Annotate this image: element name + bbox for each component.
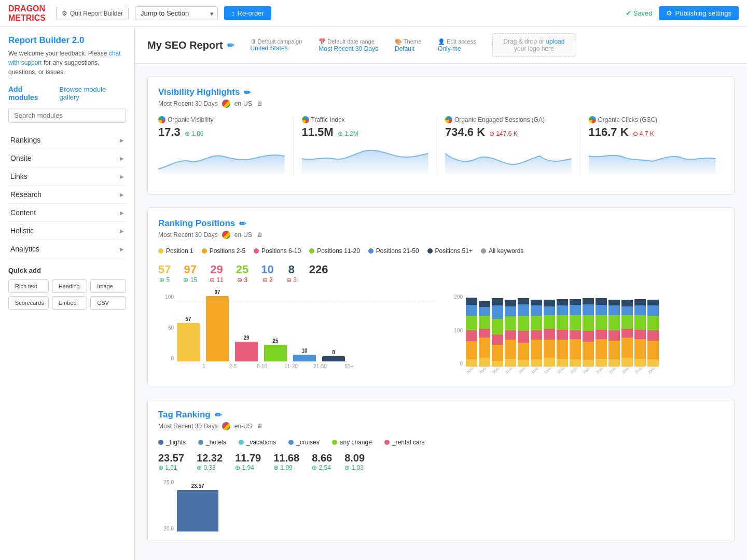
sidebar-item-holistic[interactable]: Holistic▶ — [8, 222, 126, 240]
tag-value: 8.66⊕ 2.54 — [312, 452, 332, 471]
reorder-icon: ↕ — [231, 9, 235, 17]
metric-value: 734.6 K — [445, 125, 485, 139]
access-value[interactable]: Only me — [438, 45, 476, 52]
stacked-seg — [621, 338, 633, 358]
quick-add-image-button[interactable]: Image — [90, 279, 126, 293]
nav-arrow-icon: ▶ — [120, 137, 124, 143]
mini-chart-svg — [158, 143, 285, 174]
stacked-seg — [634, 305, 646, 315]
stacked-seg — [518, 360, 529, 367]
add-modules-label[interactable]: Add modules — [8, 85, 53, 102]
stacked-seg — [634, 330, 646, 339]
stacked-seg — [505, 300, 516, 306]
main-content: My SEO Report ✏ 🗓 Default campaign Unite… — [135, 27, 747, 560]
stacked-col — [518, 298, 529, 367]
sidebar-item-rankings[interactable]: Rankings▶ — [8, 131, 126, 149]
tag-bar-chart: 25.020.0 23.57 — [158, 480, 724, 531]
quick-add-grid: Rich textHeadingImageScorecardsEmbedCSV — [8, 279, 126, 310]
tag-ranking-title: Tag Ranking ✏ — [158, 410, 724, 420]
stacked-col — [596, 298, 607, 367]
visibility-metrics-row: Organic Visibility 17.3 ⊕ 1.06 Traffic I… — [158, 116, 724, 176]
desktop-icon2: 🖥 — [256, 231, 262, 239]
stacked-seg — [466, 305, 477, 316]
stacked-col — [466, 298, 477, 367]
jump-to-section-select[interactable]: Jump to Section — [135, 6, 218, 20]
google-icon — [158, 116, 165, 123]
stacked-seg — [479, 338, 490, 358]
campaign-label: 🗓 Default campaign — [251, 38, 302, 45]
quick-add-scorecards-button[interactable]: Scorecards — [8, 296, 49, 310]
stacked-seg — [608, 300, 620, 305]
stacked-seg — [570, 330, 581, 339]
stacked-col — [583, 298, 594, 367]
access-label: 👤 Edit access — [438, 38, 476, 45]
stacked-seg — [596, 330, 607, 339]
logo-upload-area[interactable]: Drag & drop or uploadyour logo here — [492, 33, 575, 57]
stacked-seg — [492, 319, 503, 335]
stacked-col — [647, 300, 659, 367]
stacked-seg — [557, 359, 568, 367]
layout: Report Builder 2.0 We welcome your feedb… — [0, 27, 747, 560]
quick-add-rich-text-button[interactable]: Rich text — [8, 279, 49, 293]
tag-edit-icon[interactable]: ✏ — [215, 410, 222, 420]
quit-report-builder-button[interactable]: ⚙ Quit Report Builder — [56, 7, 129, 20]
search-modules-input[interactable] — [8, 108, 126, 123]
legend-item: Positions 2-5 — [202, 247, 245, 255]
metric-value: 116.7 K — [589, 125, 629, 139]
stacked-seg — [518, 304, 529, 316]
nav-arrow-icon: ▶ — [120, 246, 124, 252]
stacked-seg — [505, 306, 516, 317]
quick-add-csv-button[interactable]: CSV — [90, 296, 126, 310]
stacked-seg — [608, 305, 620, 315]
date-value[interactable]: Most Recent 30 Days — [319, 45, 378, 52]
sidebar-item-research[interactable]: Research▶ — [8, 186, 126, 204]
logo-line2: METRICS — [8, 13, 46, 23]
stacked-seg — [544, 315, 555, 329]
metric-card-1: Traffic Index 11.5M ⊕ 1.2M — [302, 116, 437, 176]
ranking-meta: Most Recent 30 Days en-US 🖥 — [158, 231, 724, 239]
stacked-seg — [557, 330, 568, 340]
campaign-value[interactable]: United States — [251, 45, 302, 52]
google-icon — [302, 116, 309, 123]
nav-arrow-icon: ▶ — [120, 228, 124, 234]
quick-add-embed-button[interactable]: Embed — [52, 296, 88, 310]
bar-chart: 100500 57 97 29 25 10 8 12-56-1011-2 — [158, 294, 435, 302]
stacked-seg — [505, 330, 516, 340]
report-meta: 🗓 Default campaign United States 📅 Defau… — [251, 38, 476, 52]
visibility-edit-icon[interactable]: ✏ — [244, 88, 251, 97]
stacked-seg — [647, 359, 659, 367]
quick-add-heading-button[interactable]: Heading — [52, 279, 88, 293]
browse-module-gallery-label[interactable]: Browse module gallery — [60, 86, 126, 101]
sidebar-item-links[interactable]: Links▶ — [8, 167, 126, 186]
reorder-button[interactable]: ↕ Re-order — [224, 6, 271, 20]
stacked-seg — [492, 298, 503, 305]
metric-value: 11.5M — [302, 125, 334, 139]
stacked-seg — [557, 299, 568, 306]
stacked-seg — [557, 340, 568, 358]
stacked-seg — [570, 305, 581, 315]
nav-arrow-icon: ▶ — [120, 210, 124, 216]
tag-legend: _flights_hotels_vacations_cruisesany cha… — [158, 439, 724, 446]
sidebar-item-onsite[interactable]: Onsite▶ — [8, 149, 126, 167]
stacked-seg — [544, 358, 555, 367]
theme-value[interactable]: Default — [395, 45, 421, 52]
metric-label: Traffic Index — [302, 116, 428, 123]
legend-dot — [427, 248, 433, 254]
sidebar-item-analytics[interactable]: Analytics▶ — [8, 240, 126, 258]
ranking-edit-icon[interactable]: ✏ — [239, 219, 246, 229]
edit-title-icon[interactable]: ✏ — [227, 40, 234, 50]
stacked-seg — [466, 316, 477, 330]
metric-change: ⊕ 1.2M — [338, 130, 358, 137]
tag-legend-item: _cruises — [288, 439, 320, 446]
stacked-seg — [596, 305, 607, 315]
google-g-icon2 — [222, 231, 230, 239]
stacked-col — [531, 300, 542, 367]
publishing-settings-button[interactable]: ⚙ Publishing settings — [659, 6, 739, 20]
sidebar-item-content[interactable]: Content▶ — [8, 204, 126, 222]
stacked-seg — [570, 315, 581, 330]
stacked-seg — [557, 305, 568, 315]
stacked-seg — [492, 305, 503, 318]
visibility-meta: Most Recent 30 Days en-US 🖥 — [158, 100, 724, 108]
legend-item: All keywords — [481, 247, 523, 255]
stacked-seg — [583, 298, 594, 304]
